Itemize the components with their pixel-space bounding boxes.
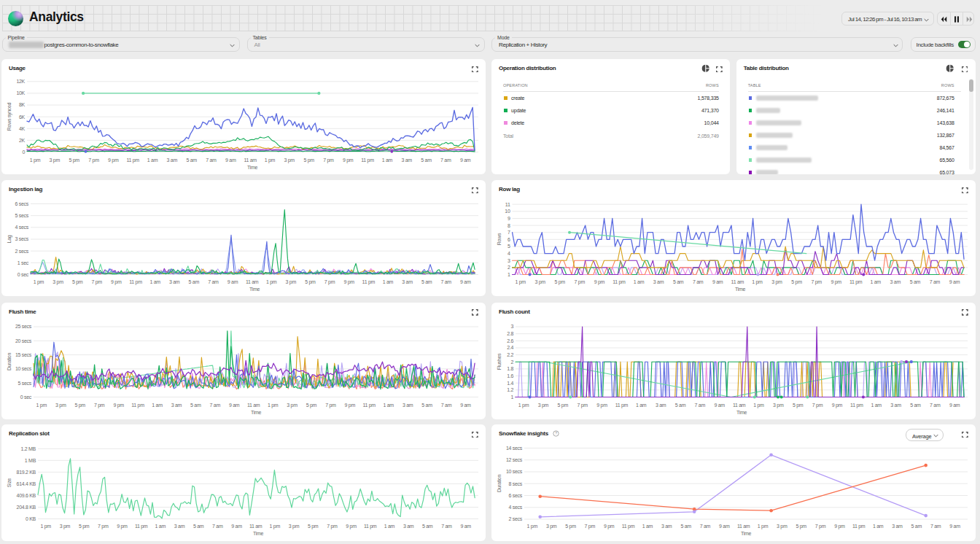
svg-text:3 pm: 3 pm [52,279,63,285]
svg-text:9 am: 9 am [712,279,723,284]
svg-text:15 secs: 15 secs [15,352,32,357]
svg-text:5 am: 5 am [421,402,432,407]
svg-text:2.6: 2.6 [507,338,513,343]
svg-text:11 pm: 11 pm [852,524,866,529]
svg-text:5 pm: 5 pm [72,279,83,285]
svg-text:9 pm: 9 pm [344,279,355,285]
svg-text:9 am: 9 am [229,402,240,407]
svg-text:11 pm: 11 pm [362,279,376,285]
svg-text:7 pm: 7 pm [92,279,103,285]
svg-text:1 pm: 1 pm [41,524,52,529]
svg-text:1 am: 1 am [383,279,394,284]
svg-text:9 am: 9 am [719,524,730,529]
svg-text:5 pm: 5 pm [306,402,317,408]
svg-text:3 pm: 3 pm [289,524,300,529]
svg-text:11 am: 11 am [244,158,257,163]
svg-text:9 pm: 9 pm [111,279,122,285]
svg-text:1 sec: 1 sec [18,260,29,265]
svg-text:25 secs: 25 secs [15,324,32,329]
svg-text:1 pm: 1 pm [758,524,769,529]
svg-text:1.6: 1.6 [507,373,513,378]
svg-text:0 KB: 0 KB [26,516,36,521]
svg-text:Time: Time [736,409,747,414]
svg-text:2 secs: 2 secs [15,249,29,254]
svg-text:11 am: 11 am [733,402,746,407]
svg-text:5: 5 [508,244,510,249]
svg-text:5 am: 5 am [421,279,432,284]
svg-text:10 secs: 10 secs [506,469,523,474]
svg-text:10 secs: 10 secs [15,366,32,371]
svg-text:10: 10 [505,209,510,214]
svg-text:5 am: 5 am [910,279,921,284]
svg-text:8: 8 [508,223,510,228]
svg-text:1 am: 1 am [152,402,163,407]
svg-text:1 pm: 1 pm [268,402,279,408]
svg-text:1 pm: 1 pm [518,402,529,408]
svg-text:Flushes: Flushes [497,353,502,370]
svg-text:7 am: 7 am [930,279,941,284]
svg-text:11 pm: 11 pm [612,279,626,285]
svg-text:3: 3 [508,258,510,263]
svg-text:1 am: 1 am [147,158,158,163]
svg-text:3 am: 3 am [661,524,672,529]
svg-text:7 am: 7 am [441,279,452,284]
svg-text:0 sec: 0 sec [20,394,32,399]
svg-text:11 pm: 11 pm [622,524,635,529]
svg-text:3 am: 3 am [403,524,414,529]
svg-text:7 am: 7 am [700,524,711,529]
svg-text:7 pm: 7 pm [815,524,826,529]
svg-text:5 pm: 5 pm [793,402,804,408]
svg-text:1 am: 1 am [382,158,393,163]
svg-text:Lag: Lag [7,235,12,243]
svg-text:3 pm: 3 pm [55,402,66,408]
svg-text:2 secs: 2 secs [509,516,523,521]
svg-text:7 pm: 7 pm [98,524,109,529]
svg-text:7 am: 7 am [210,402,221,407]
svg-text:2.4: 2.4 [507,345,513,350]
svg-text:7 am: 7 am [441,524,452,529]
svg-text:7 pm: 7 pm [324,279,335,285]
svg-text:Time: Time [741,531,752,536]
svg-text:9 pm: 9 pm [346,524,357,529]
svg-text:5 pm: 5 pm [69,158,79,163]
svg-text:9 am: 9 am [228,279,238,284]
svg-text:1 pm: 1 pm [34,279,44,285]
svg-text:3 am: 3 am [174,524,185,529]
svg-text:204.8 KB: 204.8 KB [17,505,36,510]
svg-text:1.2 MB: 1.2 MB [21,446,36,451]
svg-text:3 pm: 3 pm [546,524,557,529]
svg-text:5 pm: 5 pm [303,158,314,163]
svg-text:1 am: 1 am [871,402,882,407]
svg-text:5 am: 5 am [193,524,204,529]
svg-text:1.8: 1.8 [507,366,513,371]
svg-text:2: 2 [510,359,513,364]
svg-text:819.2 KB: 819.2 KB [17,470,36,475]
svg-text:5 secs: 5 secs [18,380,32,385]
svg-text:11 am: 11 am [731,279,744,284]
svg-text:5 am: 5 am [421,158,432,163]
svg-text:3 am: 3 am [169,279,180,284]
svg-text:11 pm: 11 pm [615,402,629,408]
svg-text:9 pm: 9 pm [596,402,607,408]
svg-text:Duration: Duration [497,475,502,492]
svg-text:9 pm: 9 pm [832,402,843,408]
svg-text:3 am: 3 am [656,402,666,407]
svg-text:3 am: 3 am [402,402,413,407]
svg-text:9 am: 9 am [949,402,960,407]
svg-text:11 pm: 11 pm [126,158,139,163]
svg-text:7 am: 7 am [693,279,704,284]
svg-text:5 pm: 5 pm [75,402,86,408]
svg-text:9 am: 9 am [949,279,960,284]
svg-text:9 pm: 9 pm [831,279,841,285]
svg-text:0: 0 [22,149,25,155]
svg-text:8 secs: 8 secs [509,481,523,486]
svg-text:3 pm: 3 pm [284,158,295,163]
svg-text:5 am: 5 am [422,524,433,529]
svg-text:3 secs: 3 secs [15,236,29,241]
svg-text:9 pm: 9 pm [834,524,845,529]
svg-text:9 am: 9 am [715,402,726,407]
svg-text:1.2: 1.2 [507,387,513,392]
svg-text:11 pm: 11 pm [131,402,144,408]
svg-text:9 pm: 9 pm [594,279,605,285]
svg-text:1 am: 1 am [384,402,394,407]
